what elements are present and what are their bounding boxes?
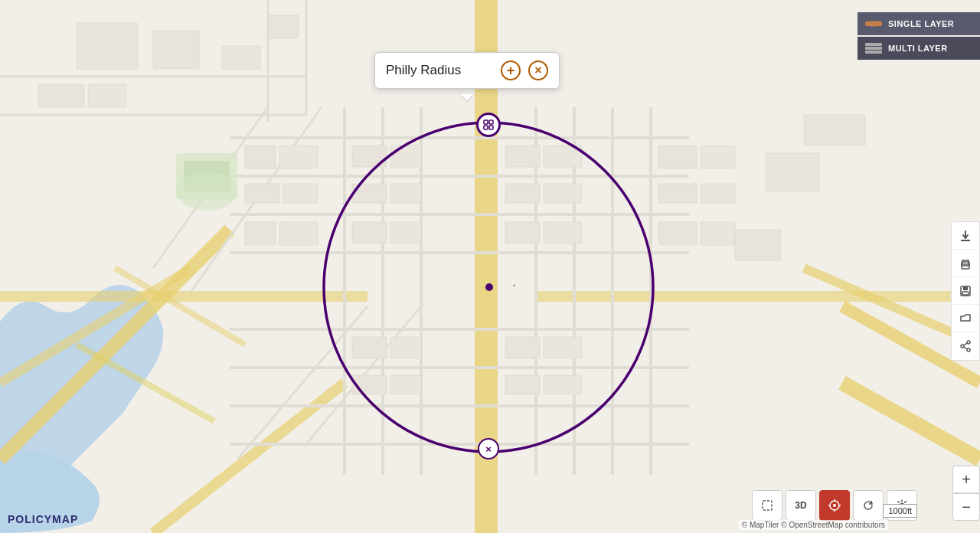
folder-button[interactable] (952, 305, 979, 332)
single-layer-icon (865, 18, 882, 29)
svg-rect-34 (245, 184, 279, 203)
svg-line-99 (964, 343, 967, 345)
print-icon (959, 257, 972, 270)
svg-rect-101 (763, 501, 772, 510)
layer-controls: SINGLE LAYER MULTI LAYER (858, 12, 980, 60)
svg-rect-6 (536, 291, 980, 302)
svg-rect-54 (658, 222, 697, 245)
svg-point-97 (967, 348, 970, 352)
svg-rect-57 (390, 337, 421, 358)
svg-rect-33 (279, 146, 318, 168)
svg-rect-79 (804, 115, 865, 146)
popup: Philly Radius + × (374, 52, 560, 89)
svg-rect-61 (544, 337, 582, 358)
svg-point-96 (967, 341, 970, 344)
svg-rect-37 (279, 222, 318, 245)
share-icon (959, 339, 972, 353)
radius-handle-bottom[interactable]: × (478, 438, 499, 459)
scale-value: 1000ft (888, 506, 912, 515)
multi-layer-label: MULTI LAYER (888, 44, 948, 53)
single-layer-button[interactable]: SINGLE LAYER (858, 12, 980, 35)
svg-rect-74 (77, 23, 138, 69)
location-button[interactable] (819, 490, 850, 521)
svg-rect-53 (701, 184, 735, 203)
svg-rect-56 (352, 337, 387, 358)
svg-rect-89 (865, 51, 882, 54)
svg-rect-55 (701, 222, 735, 245)
svg-rect-81 (484, 120, 488, 124)
select-tool-button[interactable] (752, 490, 782, 521)
svg-rect-32 (245, 146, 276, 168)
svg-rect-87 (865, 43, 882, 46)
svg-rect-46 (505, 184, 540, 203)
svg-point-31 (176, 172, 237, 211)
popup-title: Philly Radius (386, 63, 493, 78)
view-3d-button[interactable]: 3D (786, 490, 816, 521)
right-toolbar (951, 221, 980, 361)
scale-bar: 1000ft (883, 504, 917, 518)
svg-rect-52 (658, 184, 697, 203)
svg-point-86 (865, 21, 882, 27)
3d-label: 3D (795, 500, 806, 511)
svg-rect-63 (544, 375, 582, 394)
handle-icon (482, 119, 495, 131)
popup-close-button[interactable]: × (528, 60, 548, 80)
svg-rect-50 (658, 146, 697, 168)
multi-layer-icon (865, 43, 882, 54)
multi-layer-button[interactable]: MULTI LAYER (858, 37, 980, 60)
svg-rect-73 (153, 31, 199, 69)
folder-icon (959, 312, 972, 325)
svg-rect-36 (245, 222, 276, 245)
download-button[interactable] (952, 222, 979, 250)
svg-rect-71 (268, 15, 299, 38)
share-button[interactable] (952, 332, 979, 360)
svg-rect-59 (390, 375, 421, 394)
select-icon (760, 499, 774, 512)
svg-rect-95 (962, 292, 969, 295)
radius-handle-top[interactable] (476, 113, 501, 137)
save-button[interactable] (952, 277, 979, 305)
svg-rect-41 (390, 184, 421, 203)
svg-rect-60 (505, 337, 540, 358)
map-container[interactable]: • Philly Radius + × × (0, 0, 980, 533)
zoom-out-button[interactable]: − (952, 493, 980, 521)
svg-rect-72 (222, 46, 260, 69)
svg-rect-48 (505, 222, 540, 244)
svg-rect-35 (283, 184, 318, 203)
svg-rect-43 (390, 222, 421, 244)
svg-rect-78 (766, 153, 819, 191)
save-icon (959, 284, 972, 298)
svg-rect-51 (701, 146, 735, 168)
svg-rect-82 (489, 120, 493, 124)
policymap-logo: POLICYMAP (8, 513, 78, 525)
popup-add-button[interactable]: + (501, 60, 521, 80)
svg-rect-94 (963, 286, 968, 290)
location-icon (828, 499, 841, 512)
svg-rect-62 (505, 375, 540, 394)
svg-rect-42 (352, 222, 387, 244)
svg-point-98 (961, 345, 964, 348)
svg-rect-88 (865, 47, 882, 50)
svg-point-103 (833, 504, 836, 507)
refresh-icon (861, 499, 875, 512)
svg-rect-76 (88, 84, 126, 107)
svg-rect-44 (505, 146, 540, 167)
svg-rect-83 (484, 126, 488, 129)
map-center-dot (485, 283, 493, 291)
zoom-in-button[interactable]: + (952, 466, 980, 493)
refresh-button[interactable] (853, 490, 884, 521)
print-button[interactable] (952, 250, 979, 277)
svg-rect-47 (544, 184, 582, 203)
svg-rect-75 (38, 84, 84, 107)
svg-rect-77 (735, 230, 781, 260)
svg-rect-39 (390, 146, 421, 167)
svg-rect-91 (962, 264, 969, 269)
svg-rect-49 (544, 222, 582, 244)
attribution: © MapTiler © OpenStreetMap contributors (739, 520, 888, 530)
svg-rect-84 (489, 126, 493, 129)
download-icon (959, 229, 972, 243)
close-icon: × (485, 443, 492, 455)
svg-line-100 (964, 347, 967, 349)
svg-text:•: • (513, 282, 515, 289)
svg-rect-90 (961, 240, 970, 241)
